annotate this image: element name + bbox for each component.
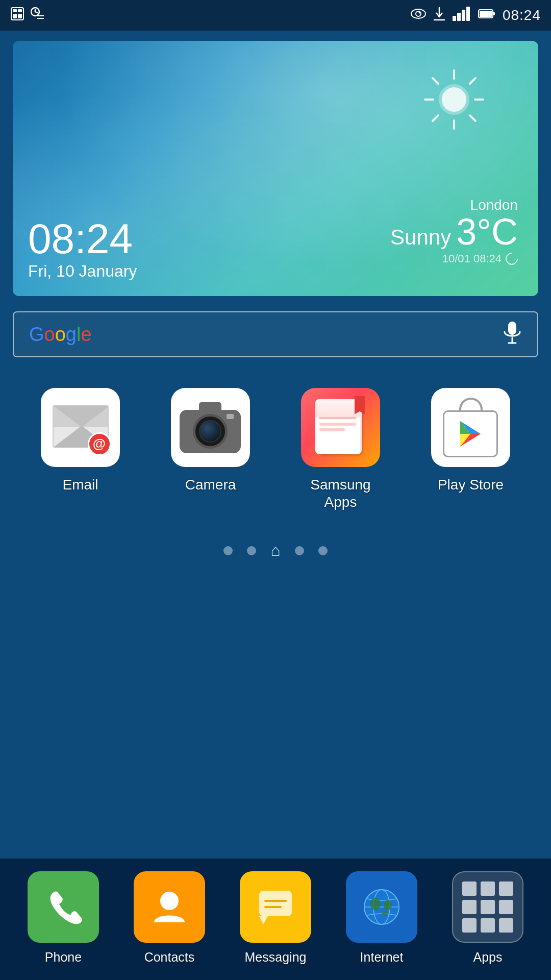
google-search-bar[interactable]: Google <box>13 311 538 357</box>
weather-widget: 08:24 Fri, 10 January London Sunny 3°C 1… <box>13 41 538 296</box>
weather-condition: Sunny <box>390 225 451 250</box>
weather-updated: 10/01 08:24 <box>390 252 518 265</box>
voice-search-icon[interactable] <box>503 321 522 349</box>
svg-point-10 <box>411 9 425 18</box>
eye-icon <box>411 8 426 22</box>
svg-point-49 <box>370 898 381 910</box>
apps-icon <box>452 871 523 943</box>
camera-icon <box>171 388 250 467</box>
contacts-label: Contacts <box>144 950 195 965</box>
messaging-label: Messaging <box>245 950 307 965</box>
app-grid: @ Email Camera <box>0 373 551 526</box>
svg-rect-4 <box>18 14 22 18</box>
weather-clock: 08:24 <box>28 218 137 260</box>
app-item-play-store[interactable]: Play Store <box>417 388 524 494</box>
page-dot-5[interactable] <box>318 546 328 555</box>
dock-item-messaging[interactable]: Messaging <box>230 871 321 965</box>
status-time: 08:24 <box>503 7 541 23</box>
weather-temperature: 3°C <box>456 213 518 250</box>
signal-icon <box>453 7 471 24</box>
weather-time-display: 08:24 Fri, 10 January <box>28 218 137 281</box>
svg-rect-16 <box>457 13 461 21</box>
svg-rect-18 <box>466 7 470 21</box>
svg-rect-2 <box>18 9 22 12</box>
notification-icon <box>31 7 45 24</box>
play-store-label: Play Store <box>438 476 504 494</box>
svg-point-50 <box>384 900 392 910</box>
camera-label: Camera <box>185 476 236 494</box>
phone-icon <box>28 871 99 943</box>
svg-line-27 <box>470 115 475 121</box>
app-item-samsung-apps[interactable]: SamsungApps <box>287 388 394 510</box>
status-bar: 08:24 <box>0 0 551 31</box>
page-indicator: ⌂ <box>0 541 551 560</box>
play-store-icon <box>431 388 510 467</box>
svg-rect-15 <box>453 16 456 21</box>
refresh-icon <box>503 250 520 267</box>
battery-icon <box>478 8 495 22</box>
app-item-email[interactable]: @ Email <box>27 388 134 494</box>
svg-point-31 <box>442 87 466 112</box>
dock-item-phone[interactable]: Phone <box>17 871 109 965</box>
svg-line-26 <box>433 78 438 84</box>
svg-point-51 <box>382 911 388 916</box>
gallery-icon <box>10 7 24 24</box>
email-label: Email <box>62 476 98 494</box>
svg-rect-32 <box>508 322 516 335</box>
svg-rect-1 <box>13 9 17 12</box>
contacts-icon <box>134 871 205 943</box>
email-icon: @ <box>41 388 120 467</box>
google-logo: Google <box>29 324 92 346</box>
svg-line-28 <box>470 78 475 84</box>
svg-rect-21 <box>493 12 495 15</box>
internet-icon <box>346 871 417 943</box>
svg-line-29 <box>433 115 438 121</box>
svg-marker-42 <box>259 916 268 924</box>
svg-rect-3 <box>13 14 17 18</box>
messaging-icon <box>240 871 311 943</box>
internet-label: Internet <box>360 950 404 965</box>
page-dot-2[interactable] <box>247 546 256 555</box>
dock: Phone Contacts Messaging <box>0 859 551 980</box>
dock-item-contacts[interactable]: Contacts <box>123 871 215 965</box>
dock-item-internet[interactable]: Internet <box>336 871 428 965</box>
apps-label: Apps <box>473 950 503 965</box>
svg-rect-41 <box>259 891 292 916</box>
dock-item-apps[interactable]: Apps <box>442 871 534 965</box>
svg-point-12 <box>418 12 420 14</box>
samsung-apps-label: SamsungApps <box>310 476 370 510</box>
svg-rect-17 <box>462 10 465 21</box>
page-dot-1[interactable] <box>223 546 233 555</box>
samsung-apps-icon <box>301 388 380 467</box>
weather-date: Fri, 10 January <box>28 262 137 281</box>
svg-point-40 <box>160 892 179 910</box>
sun-icon <box>421 66 487 133</box>
home-dot[interactable]: ⌂ <box>270 541 280 560</box>
svg-point-11 <box>416 11 421 16</box>
svg-line-7 <box>35 12 37 13</box>
app-item-camera[interactable]: Camera <box>157 388 264 494</box>
download-icon <box>433 7 445 24</box>
weather-info: London Sunny 3°C 10/01 08:24 <box>390 197 518 265</box>
svg-rect-20 <box>480 11 492 17</box>
page-dot-4[interactable] <box>295 546 304 555</box>
phone-label: Phone <box>45 950 82 965</box>
